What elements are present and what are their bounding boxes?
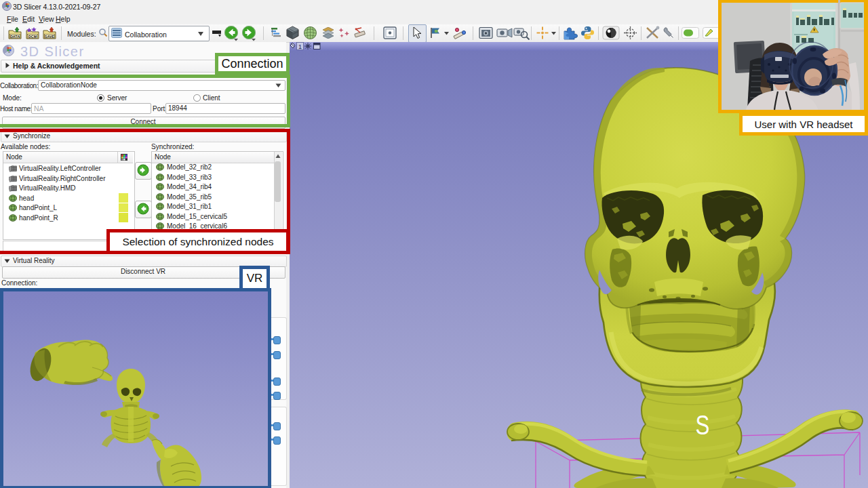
- svg-text:S: S: [696, 410, 710, 441]
- svg-text:DCM: DCM: [28, 35, 37, 39]
- svg-text:1: 1: [298, 43, 302, 50]
- svg-text:SAVE: SAVE: [45, 35, 55, 39]
- svg-text:DATA: DATA: [10, 35, 20, 39]
